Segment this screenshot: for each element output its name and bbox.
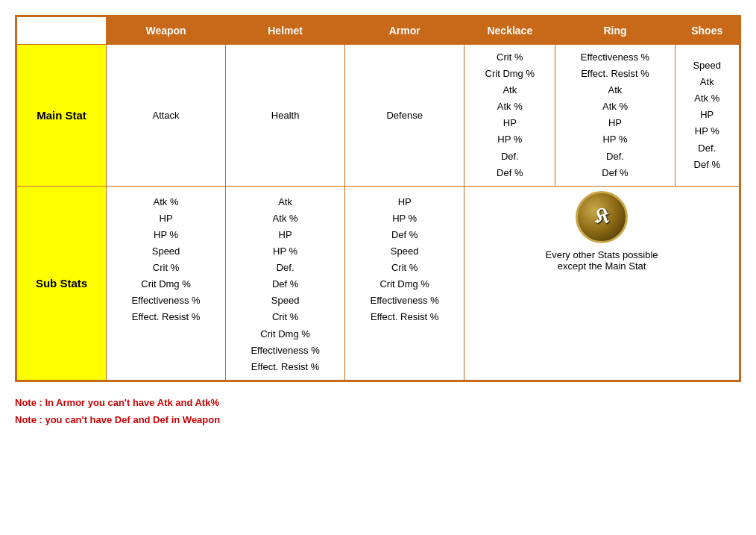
sub-stats-note-line1: Every other Stats possible [470, 249, 733, 260]
necklace-stat-6: HP % [470, 131, 549, 148]
necklace-stat-2: Crit Dmg % [470, 66, 549, 82]
ring-stats-list: Effectiveness % Effect. Resist % Atk Atk… [561, 49, 668, 181]
armor-substat-5: Crit % [351, 260, 458, 276]
main-stat-armor: Defense [345, 45, 464, 187]
ring-stat-1: Effectiveness % [561, 49, 668, 66]
weapon-substat-1: Atk % [113, 194, 219, 210]
weapon-substat-5: Crit % [113, 260, 219, 276]
ring-stat-6: HP % [561, 131, 668, 148]
weapon-substats-list: Atk % HP HP % Speed Crit % Crit Dmg % Ef… [113, 194, 219, 326]
helmet-substat-11: Effect. Resist % [232, 359, 338, 375]
ring-stat-2: Effect. Resist % [561, 66, 668, 82]
armor-substat-7: Effectiveness % [351, 292, 458, 309]
shoes-stats-list: Speed Atk Atk % HP HP % Def. Def % [681, 57, 734, 173]
weapon-substat-8: Effect. Resist % [113, 309, 219, 325]
main-stat-weapon: Attack [107, 45, 226, 187]
shoes-stat-3: Atk % [681, 90, 734, 107]
header-weapon: Weapon [107, 17, 226, 45]
armor-substat-1: HP [351, 194, 458, 210]
armor-substats-list: HP HP % Def % Speed Crit % Crit Dmg % Ef… [351, 194, 458, 326]
main-stat-necklace: Crit % Crit Dmg % Atk Atk % HP HP % Def.… [464, 45, 555, 187]
note-2: Note : you can't have Def and Def in Wea… [15, 411, 741, 428]
armor-substat-4: Speed [351, 243, 458, 260]
weapon-substat-6: Crit Dmg % [113, 276, 219, 292]
stats-table: Weapon Helmet Armor Necklace Ring Shoes … [16, 16, 740, 381]
notes-section: Note : In Armor you can't have Atk and A… [15, 394, 741, 429]
necklace-stat-4: Atk % [470, 98, 549, 115]
helmet-substat-10: Effectiveness % [232, 342, 338, 359]
necklace-stat-3: Atk [470, 82, 549, 98]
main-stat-helmet: Health [226, 45, 345, 187]
armor-substat-8: Effect. Resist % [351, 309, 458, 325]
shoes-stat-7: Def % [681, 157, 734, 173]
armor-substat-3: Def % [351, 227, 458, 243]
sub-stats-armor: HP HP % Def % Speed Crit % Crit Dmg % Ef… [345, 186, 464, 380]
logo-circle: 𝔎 [576, 191, 628, 243]
helmet-substat-7: Speed [232, 292, 338, 309]
necklace-stat-5: HP [470, 115, 549, 131]
helmet-substat-1: Atk [232, 194, 338, 210]
helmet-substat-3: HP [232, 227, 338, 243]
weapon-substat-2: HP [113, 210, 219, 227]
helmet-substat-8: Crit % [232, 309, 338, 325]
header-empty [17, 17, 107, 45]
sub-stats-label: Sub Stats [17, 186, 107, 380]
sub-stats-weapon: Atk % HP HP % Speed Crit % Crit Dmg % Ef… [107, 186, 226, 380]
weapon-substat-4: Speed [113, 243, 219, 260]
header-armor: Armor [345, 17, 464, 45]
shoes-stat-2: Atk [681, 74, 734, 90]
necklace-stat-7: Def. [470, 148, 549, 165]
armor-substat-6: Crit Dmg % [351, 276, 458, 292]
main-stat-label: Main Stat [17, 45, 107, 187]
main-table-wrapper: Weapon Helmet Armor Necklace Ring Shoes … [15, 15, 741, 382]
weapon-substat-3: HP % [113, 227, 219, 243]
sub-stats-combined-cell: 𝔎 Every other Stats possible except the … [464, 186, 740, 380]
header-shoes: Shoes [675, 17, 740, 45]
sub-stats-note-line2: except the Main Stat [470, 260, 733, 272]
main-stat-shoes: Speed Atk Atk % HP HP % Def. Def % [675, 45, 740, 187]
helmet-substat-5: Def. [232, 260, 338, 276]
necklace-stat-1: Crit % [470, 49, 549, 66]
ring-stat-8: Def % [561, 165, 668, 181]
necklace-stats-list: Crit % Crit Dmg % Atk Atk % HP HP % Def.… [470, 49, 549, 181]
shoes-stat-4: HP [681, 107, 734, 123]
ring-stat-5: HP [561, 115, 668, 131]
sub-stats-row: Sub Stats Atk % HP HP % Speed Crit % Cri… [17, 186, 740, 380]
helmet-substat-9: Crit Dmg % [232, 326, 338, 342]
helmet-substat-2: Atk % [232, 210, 338, 227]
header-ring: Ring [555, 17, 675, 45]
ring-stat-7: Def. [561, 148, 668, 165]
weapon-substat-7: Effectiveness % [113, 292, 219, 309]
main-stat-row: Main Stat Attack Health Defense Crit % C… [17, 45, 740, 187]
helmet-substat-4: HP % [232, 243, 338, 260]
helmet-substats-list: Atk Atk % HP HP % Def. Def % Speed Crit … [232, 194, 338, 375]
shoes-stat-1: Speed [681, 57, 734, 74]
helmet-substat-6: Def % [232, 276, 338, 292]
main-stat-ring: Effectiveness % Effect. Resist % Atk Atk… [555, 45, 675, 187]
header-helmet: Helmet [226, 17, 345, 45]
header-necklace: Necklace [464, 17, 555, 45]
armor-substat-2: HP % [351, 210, 458, 227]
sub-stats-helmet: Atk Atk % HP HP % Def. Def % Speed Crit … [226, 186, 345, 380]
note-1: Note : In Armor you can't have Atk and A… [15, 394, 741, 411]
ring-stat-3: Atk [561, 82, 668, 98]
necklace-stat-8: Def % [470, 165, 549, 181]
shoes-stat-5: HP % [681, 123, 734, 140]
ring-stat-4: Atk % [561, 98, 668, 115]
shoes-stat-6: Def. [681, 140, 734, 157]
